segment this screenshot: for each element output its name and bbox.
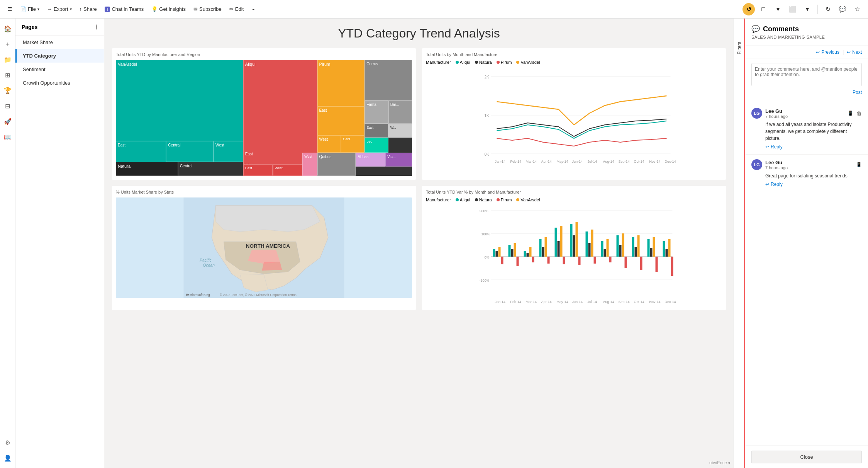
share-icon: ↑	[80, 6, 82, 12]
svg-rect-51	[560, 226, 563, 257]
treemap-cell-central-1: Central	[166, 141, 214, 162]
report-canvas: YTD Category Trend Analysis Total Units …	[104, 19, 734, 468]
filters-sidebar[interactable]: Filters	[734, 19, 744, 468]
svg-text:Sep-14: Sep-14	[619, 300, 630, 304]
svg-rect-37	[509, 245, 511, 257]
get-insights-btn[interactable]: 💡 Get insights	[148, 5, 189, 14]
page-item-market-share[interactable]: Market Share	[15, 36, 104, 49]
reply-comment-1-btn[interactable]: ↩ Reply	[765, 144, 783, 150]
svg-text:Nov-14: Nov-14	[649, 160, 661, 163]
svg-rect-77	[663, 241, 665, 257]
chevron-down-icon[interactable]: ▾	[772, 3, 784, 15]
treemap[interactable]: VanArsdel East Central West Natura Centr…	[116, 60, 412, 176]
reply-icon-2: ↩	[765, 182, 769, 187]
comment-header-2: LG Lee Gu 7 hours ago 📱	[751, 159, 862, 170]
svg-text:2K: 2K	[485, 75, 490, 79]
treemap-cell-pirum: Pirum	[317, 60, 365, 106]
svg-text:Jul-14: Jul-14	[588, 160, 597, 163]
legend-pirum: Pirum	[497, 60, 512, 65]
more-btn[interactable]: ···	[248, 5, 259, 14]
collapse-pages-btn[interactable]: ⟨	[95, 23, 98, 31]
svg-rect-67	[622, 233, 624, 257]
linechart-legend: Manufacturer Aliqui Natura Pirum VanArsd…	[426, 60, 722, 65]
export-icon: →	[47, 6, 52, 12]
svg-rect-35	[498, 247, 501, 257]
report-title: YTD Category Trend Analysis	[112, 26, 726, 41]
comment-btn[interactable]: 💬	[836, 3, 849, 15]
comment-header-1: LG Lee Gu 7 hours ago 📱 🗑	[751, 108, 862, 119]
reply-comment-2-btn[interactable]: ↩ Reply	[765, 182, 783, 187]
svg-text:Dec-14: Dec-14	[665, 160, 676, 163]
previous-comment-btn[interactable]: ↩ Previous	[816, 49, 839, 55]
edit-btn[interactable]: ✏ Edit	[226, 5, 247, 14]
export-btn[interactable]: → Export ▾	[44, 5, 75, 14]
view-btn[interactable]: ⬜	[787, 3, 799, 15]
nav-create[interactable]: ＋	[1, 37, 15, 51]
svg-rect-63	[607, 239, 609, 257]
svg-rect-72	[640, 257, 643, 270]
nav-learn[interactable]: 📖	[1, 130, 15, 144]
post-btn[interactable]: Post	[853, 90, 862, 95]
share-btn[interactable]: ↑ Share	[76, 5, 100, 14]
svg-rect-68	[625, 257, 627, 268]
svg-rect-57	[586, 231, 588, 257]
treemap-cell-vanarsdel-main: VanArsdel	[116, 60, 243, 141]
comments-title: 💬 Comments	[751, 25, 862, 33]
page-item-ytd-category[interactable]: YTD Category	[15, 49, 104, 63]
comment-item-2: LG Lee Gu 7 hours ago 📱 Great page for i…	[745, 155, 868, 192]
hamburger-menu-btn[interactable]: ☰	[5, 5, 15, 14]
svg-text:Nov-14: Nov-14	[649, 300, 661, 304]
subscribe-btn[interactable]: ✉ Subscribe	[190, 5, 225, 14]
nav-home[interactable]: 🏠	[1, 22, 15, 36]
treemap-cell-west-pirum: West	[317, 135, 341, 153]
page-item-growth[interactable]: Growth Opportunities	[15, 76, 104, 90]
line-chart-svg: 2K 1K 0K Jan-14 Feb-14 Mar-14 Apr-14 May…	[426, 67, 722, 167]
nav-data[interactable]: ⊞	[1, 68, 15, 82]
svg-rect-75	[653, 237, 655, 257]
treemap-cell-currus: Currus	[364, 60, 412, 100]
file-icon: 📄	[20, 6, 26, 12]
comment-phone-icon-1: 📱	[848, 111, 853, 116]
barchart-box: Total Units YTD Var % by Month and Manuf…	[422, 186, 726, 310]
view-chevron-btn[interactable]: ▾	[801, 3, 814, 15]
teams-icon: T	[105, 7, 110, 12]
refresh-btn[interactable]: ↻	[822, 3, 834, 15]
file-btn[interactable]: 📄 File ▾	[17, 5, 42, 14]
treemap-cell-quibus: Quibus	[317, 153, 356, 176]
watermark: obviEnce ●	[709, 460, 731, 465]
svg-text:🗺 Microsoft Bing: 🗺 Microsoft Bing	[186, 293, 210, 297]
delete-comment-1-btn[interactable]: 🗑	[856, 110, 862, 116]
chat-teams-btn[interactable]: T Chat in Teams	[102, 5, 147, 14]
map-visual[interactable]: Pacific Ocean NORTH AMERICA 🗺 Microsoft …	[116, 197, 412, 298]
nav-settings[interactable]: ⚙	[1, 436, 15, 449]
treemap-cell-abbas: Abbas	[356, 153, 385, 167]
favorite-btn[interactable]: ☆	[851, 3, 863, 15]
comment-phone-icon-2: 📱	[856, 162, 862, 167]
nav-metrics[interactable]: 🚀	[1, 114, 15, 128]
comment-input[interactable]	[751, 63, 862, 86]
comments-subtitle: SALES AND MARKETING SAMPLE	[751, 35, 862, 39]
close-comments-btn[interactable]: Close	[751, 451, 862, 463]
next-comment-btn[interactable]: ↩ Next	[847, 49, 862, 55]
nav-profile[interactable]: 👤	[1, 451, 15, 465]
bookmark-btn[interactable]: □	[757, 3, 770, 15]
bar-chart-svg: 200% 100% 0% -100%	[426, 204, 722, 305]
page-item-sentiment[interactable]: Sentiment	[15, 63, 104, 76]
svg-text:Feb-14: Feb-14	[510, 160, 522, 163]
treemap-cell-west-3: West	[302, 153, 317, 176]
undo-btn[interactable]: ↺	[743, 3, 755, 15]
filters-label[interactable]: Filters	[737, 42, 742, 54]
svg-rect-41	[524, 251, 526, 257]
svg-rect-58	[588, 243, 591, 257]
pages-header: Pages ⟨	[15, 19, 104, 36]
treemap-cell-natura: Natura	[116, 162, 178, 176]
treemap-cell-w: W...	[388, 124, 412, 138]
svg-text:-100%: -100%	[480, 279, 490, 283]
bar-legend-manufacturer: Manufacturer	[426, 197, 451, 202]
svg-rect-69	[632, 237, 634, 257]
nav-goals[interactable]: 🏆	[1, 83, 15, 97]
nav-apps[interactable]: ⊟	[1, 99, 15, 113]
comment-icon: 💬	[751, 25, 760, 33]
nav-browse[interactable]: 📁	[1, 53, 15, 66]
svg-rect-79	[668, 239, 671, 257]
